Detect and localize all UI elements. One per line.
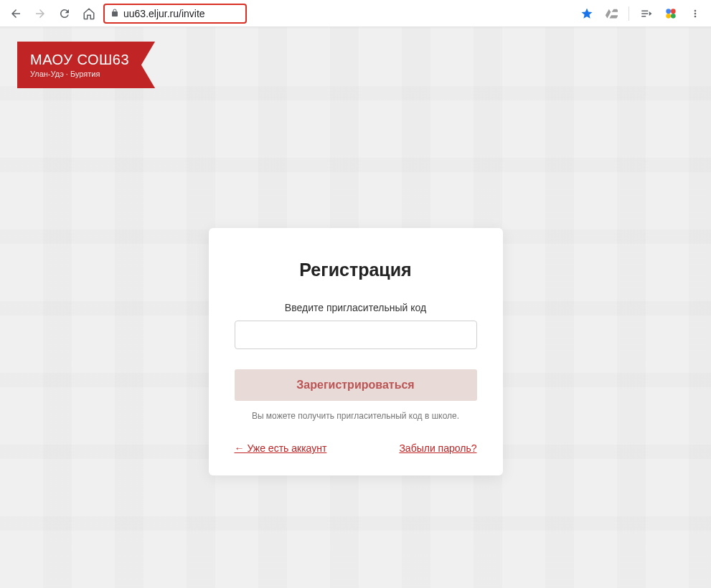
forward-button[interactable] bbox=[30, 4, 50, 24]
url-text: uu63.eljur.ru/invite bbox=[123, 8, 205, 19]
svg-point-1 bbox=[671, 9, 676, 14]
bookmark-star-icon[interactable] bbox=[577, 4, 597, 24]
lock-icon bbox=[110, 8, 119, 19]
home-button[interactable] bbox=[79, 4, 99, 24]
invite-code-label: Введите пригласительный код bbox=[235, 302, 477, 313]
drive-icon[interactable] bbox=[601, 4, 621, 24]
media-icon[interactable] bbox=[636, 4, 656, 24]
browser-toolbar: uu63.eljur.ru/invite bbox=[0, 0, 711, 27]
registration-card: Регистрация Введите пригласительный код … bbox=[209, 228, 503, 475]
page-content: МАОУ СОШ63 Улан-Удэ · Бурятия Регистраци… bbox=[0, 27, 711, 588]
back-button[interactable] bbox=[6, 4, 26, 24]
address-bar[interactable]: uu63.eljur.ru/invite bbox=[103, 4, 247, 24]
svg-point-2 bbox=[666, 14, 671, 19]
svg-point-0 bbox=[666, 9, 671, 14]
forgot-password-link[interactable]: Забыли пароль? bbox=[399, 442, 476, 454]
school-location: Улан-Удэ · Бурятия bbox=[30, 70, 129, 78]
card-links: ← Уже есть аккаунт Забыли пароль? bbox=[235, 442, 477, 454]
school-name: МАОУ СОШ63 bbox=[30, 52, 129, 68]
existing-account-link[interactable]: ← Уже есть аккаунт bbox=[235, 442, 327, 454]
toolbar-divider bbox=[628, 6, 629, 21]
invite-code-input[interactable] bbox=[235, 321, 477, 349]
invite-hint: Вы можете получить пригласительный код в… bbox=[235, 411, 477, 421]
reload-button[interactable] bbox=[55, 4, 75, 24]
svg-point-3 bbox=[671, 14, 676, 19]
menu-icon[interactable] bbox=[685, 4, 705, 24]
extension-icon[interactable] bbox=[661, 4, 681, 24]
school-flag-badge[interactable]: МАОУ СОШ63 Улан-Удэ · Бурятия bbox=[17, 42, 155, 88]
card-title: Регистрация bbox=[235, 260, 477, 280]
register-button[interactable]: Зарегистрироваться bbox=[235, 369, 477, 401]
